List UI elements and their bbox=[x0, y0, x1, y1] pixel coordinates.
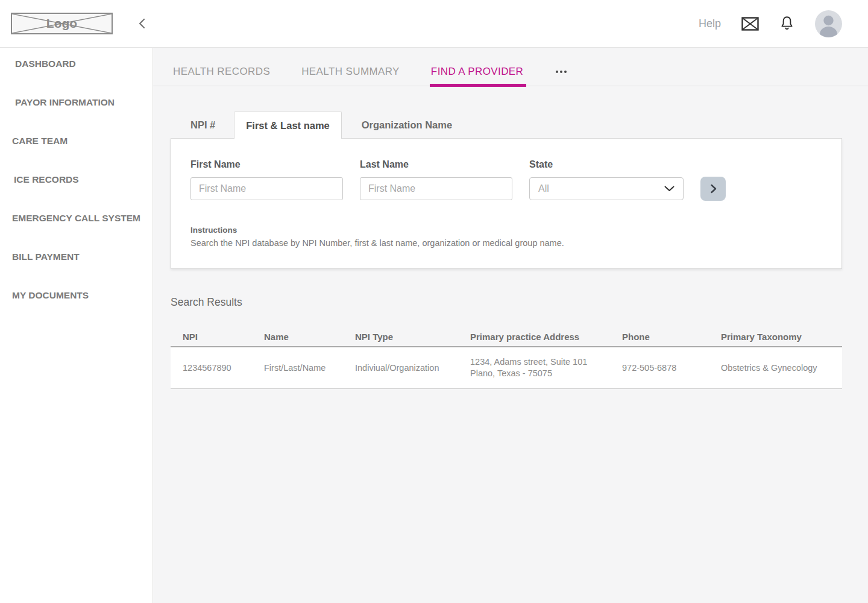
chevron-left-icon bbox=[137, 17, 146, 30]
table-row[interactable]: 1234567890 First/Last/Name Indiviual/Org… bbox=[171, 347, 842, 389]
logo-text: Logo bbox=[12, 14, 112, 33]
search-results-title: Search Results bbox=[171, 296, 868, 309]
sidebar-item-bill-payment[interactable]: BILL PAYMENT bbox=[0, 250, 153, 264]
col-primary-practice-address: Primary practice Address bbox=[470, 327, 622, 346]
cell-npi-type: Indiviual/Organization bbox=[355, 347, 470, 388]
messages-button[interactable] bbox=[741, 17, 759, 31]
col-npi: NPI bbox=[171, 327, 264, 346]
sidebar-item-emergency-call-system[interactable]: EMERGENCY CALL SYSTEM bbox=[0, 211, 153, 226]
sidebar-item-ice-records[interactable]: ICE RECORDS bbox=[0, 172, 153, 187]
state-select[interactable]: All bbox=[529, 177, 684, 200]
col-npi-type: NPI Type bbox=[355, 327, 470, 346]
help-link[interactable]: Help bbox=[699, 17, 721, 30]
sidebar-item-payor-information[interactable]: PAYOR INFORMATION bbox=[0, 95, 153, 110]
more-tabs-icon[interactable] bbox=[555, 67, 568, 77]
state-field: State All bbox=[529, 159, 684, 200]
first-name-input[interactable] bbox=[190, 177, 343, 200]
state-label: State bbox=[529, 159, 684, 170]
search-fields: First Name Last Name State All bbox=[190, 159, 841, 200]
last-name-input[interactable] bbox=[360, 177, 512, 200]
cell-taxonomy: Obstetrics & Gynecology bbox=[721, 347, 842, 388]
app-window: Logo Help bbox=[0, 0, 868, 603]
col-name: Name bbox=[264, 327, 355, 346]
cell-npi: 1234567890 bbox=[171, 347, 264, 388]
cell-address: 1234, Adams street, Suite 101 Plano, Tex… bbox=[470, 347, 622, 388]
mail-icon bbox=[741, 17, 759, 31]
search-submit-button[interactable] bbox=[700, 177, 726, 201]
first-name-label: First Name bbox=[190, 159, 343, 170]
tab-health-records[interactable]: HEALTH RECORDS bbox=[173, 66, 270, 78]
avatar[interactable] bbox=[815, 10, 842, 37]
chevron-down-icon bbox=[664, 186, 675, 192]
tab-health-summary[interactable]: HEALTH SUMMARY bbox=[301, 66, 400, 78]
tab-bar: HEALTH RECORDS HEALTH SUMMARY FIND A PRO… bbox=[153, 48, 868, 86]
subtab-organization-name[interactable]: Organization Name bbox=[342, 112, 471, 138]
results-table: NPI Name NPI Type Primary practice Addre… bbox=[171, 327, 842, 389]
submit-field bbox=[700, 159, 726, 200]
instructions-title: Instructions bbox=[190, 226, 841, 235]
instructions: Instructions Search the NPI database by … bbox=[190, 226, 841, 248]
sidebar-item-care-team[interactable]: CARE TEAM bbox=[0, 134, 153, 148]
address-line-1: 1234, Adams street, Suite 101 bbox=[470, 356, 587, 368]
tab-find-a-provider[interactable]: FIND A PROVIDER bbox=[431, 66, 523, 78]
last-name-label: Last Name bbox=[360, 159, 512, 170]
address-line-2: Plano, Texas - 75075 bbox=[470, 368, 552, 379]
sidebar-item-dashboard[interactable]: DASHBOARD bbox=[0, 57, 153, 71]
main-content: HEALTH RECORDS HEALTH SUMMARY FIND A PRO… bbox=[153, 48, 868, 603]
subtab-npi-number[interactable]: NPI # bbox=[171, 112, 234, 138]
logo-placeholder-icon: Logo bbox=[11, 13, 113, 34]
cell-phone: 972-505-6878 bbox=[622, 347, 721, 388]
top-bar: Logo Help bbox=[0, 0, 868, 48]
topbar-actions: Help bbox=[699, 10, 842, 37]
col-phone: Phone bbox=[622, 327, 721, 346]
first-name-field: First Name bbox=[190, 159, 343, 200]
find-a-provider-page: NPI # First & Last name Organization Nam… bbox=[153, 112, 868, 389]
chevron-right-icon bbox=[710, 184, 717, 194]
collapse-sidebar-button[interactable] bbox=[137, 17, 146, 30]
person-icon bbox=[815, 10, 842, 37]
col-primary-taxonomy: Primary Taxonomy bbox=[721, 327, 842, 346]
search-mode-tabs: NPI # First & Last name Organization Nam… bbox=[171, 112, 868, 138]
cell-name: First/Last/Name bbox=[264, 347, 355, 388]
bell-icon bbox=[779, 15, 794, 32]
sidebar-item-my-documents[interactable]: MY DOCUMENTS bbox=[0, 288, 153, 303]
sidebar: DASHBOARD PAYOR INFORMATION CARE TEAM IC… bbox=[0, 48, 153, 603]
subtab-first-last-name[interactable]: First & Last name bbox=[234, 112, 341, 139]
state-select-value: All bbox=[538, 183, 664, 194]
instructions-body: Search the NPI database by NPI Number, f… bbox=[190, 238, 841, 248]
notifications-button[interactable] bbox=[779, 15, 794, 32]
search-form-panel: First Name Last Name State All bbox=[171, 138, 842, 269]
results-table-header: NPI Name NPI Type Primary practice Addre… bbox=[171, 327, 842, 347]
last-name-field: Last Name bbox=[360, 159, 512, 200]
